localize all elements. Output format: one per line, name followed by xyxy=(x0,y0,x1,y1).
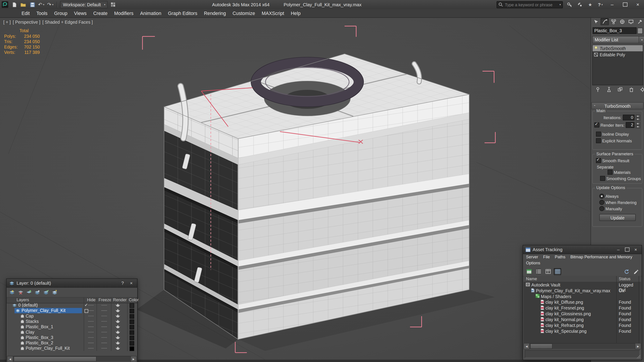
redo-icon[interactable]: ↷▼ xyxy=(47,1,54,8)
create-new-layer-icon[interactable] xyxy=(9,290,16,295)
add-to-layer-icon[interactable] xyxy=(26,290,32,295)
scrollbar-thumb[interactable] xyxy=(530,344,552,349)
workspace-switcher-icon[interactable] xyxy=(110,1,117,8)
resize-grip-icon[interactable] xyxy=(636,355,641,359)
freeze-toggle[interactable] xyxy=(102,316,107,316)
details-view-icon[interactable] xyxy=(544,268,552,275)
tab-display-icon[interactable] xyxy=(626,18,635,25)
asset-row[interactable]: clay kit_Fresnel.png Found xyxy=(524,305,641,311)
export-table-icon[interactable] xyxy=(525,268,532,275)
explicit-normals-checkbox[interactable] xyxy=(596,138,601,143)
layer-row[interactable]: Clay xyxy=(7,329,137,335)
update-button[interactable]: Update xyxy=(599,214,636,221)
hide-toggle[interactable] xyxy=(88,316,94,316)
menu-item-views[interactable]: Views xyxy=(71,10,90,16)
layer-row[interactable]: 0 (default) ✓ xyxy=(7,303,137,308)
render-toggle-icon[interactable] xyxy=(116,336,120,340)
asset-row[interactable]: Maps / Shaders xyxy=(524,293,641,299)
new-scene-icon[interactable] xyxy=(10,1,18,8)
freeze-toggle[interactable] xyxy=(102,337,107,338)
render-toggle-icon[interactable] xyxy=(116,346,120,350)
hide-toggle[interactable] xyxy=(88,305,94,306)
always-radio[interactable] xyxy=(599,194,604,199)
render-toggle-icon[interactable] xyxy=(116,325,120,329)
viewport-pov-menu[interactable]: [ Perspective ] xyxy=(13,19,40,24)
show-end-result-icon[interactable] xyxy=(606,87,612,92)
layer-color-swatch[interactable] xyxy=(130,330,134,335)
select-layer-objects-icon[interactable] xyxy=(34,290,41,295)
freeze-toggle[interactable] xyxy=(102,332,107,332)
set-current-layer-icon[interactable] xyxy=(43,290,50,295)
layer-color-swatch[interactable] xyxy=(130,346,134,351)
menu-item-group[interactable]: Group xyxy=(51,10,71,16)
layer-row[interactable]: Stacks xyxy=(7,319,137,324)
layer-color-swatch[interactable] xyxy=(130,341,134,346)
stack-item-editable-poly[interactable]: Editable Poly xyxy=(592,51,643,58)
asset-row[interactable]: clay kit_Glossiness.png Found xyxy=(524,311,641,317)
tab-create-icon[interactable] xyxy=(592,18,600,25)
layer-row[interactable]: Plastic_Box_1 xyxy=(7,324,137,329)
scroll-left-icon[interactable]: ◀ xyxy=(524,343,530,349)
tab-modify-icon[interactable] xyxy=(600,18,609,25)
remove-modifier-icon[interactable] xyxy=(628,87,634,92)
render-toggle-icon[interactable] xyxy=(116,309,120,313)
menu-item-options[interactable]: Options xyxy=(526,261,540,265)
object-color-swatch[interactable] xyxy=(637,28,643,34)
pin-stack-icon[interactable] xyxy=(595,87,600,92)
materials-checkbox[interactable] xyxy=(608,170,612,175)
column-header[interactable]: Color xyxy=(129,298,139,302)
search-input[interactable] xyxy=(504,2,558,7)
lightbulb-icon[interactable] xyxy=(594,46,598,50)
menu-item-help[interactable]: Help xyxy=(288,10,304,16)
layer-color-swatch[interactable] xyxy=(130,320,134,324)
horizontal-scrollbar[interactable]: ◀ ▶ xyxy=(524,343,641,349)
menu-item-rendering[interactable]: Rendering xyxy=(200,10,229,16)
tab-motion-icon[interactable] xyxy=(618,18,626,25)
column-header[interactable]: Hide xyxy=(87,298,96,302)
iterations-spinner[interactable] xyxy=(636,114,640,121)
render-toggle-icon[interactable] xyxy=(116,304,120,307)
polymer-clay-kit-model[interactable] xyxy=(164,54,469,340)
scroll-left-icon[interactable]: ◀ xyxy=(7,356,13,362)
tab-utilities-icon[interactable] xyxy=(635,18,644,25)
column-header[interactable]: Freeze xyxy=(98,298,112,302)
render-iters-checkbox[interactable]: ✓ xyxy=(594,122,599,127)
layer-row[interactable]: Cap xyxy=(7,313,137,319)
hide-toggle[interactable] xyxy=(88,332,94,332)
column-header-status[interactable]: Status xyxy=(619,276,630,281)
workspace-selector[interactable]: Workspace: Default ▼ xyxy=(60,1,108,8)
asset-row[interactable]: clay kit_Normal.png Found xyxy=(524,317,641,323)
layer-color-swatch[interactable] xyxy=(130,309,134,313)
help-button[interactable]: ? xyxy=(119,280,126,286)
turbosmooth-rollout-header[interactable]: - TurboSmooth xyxy=(592,102,644,109)
asset-row[interactable]: clay kit_Diffuse.png Found xyxy=(524,299,641,305)
menu-item-graph-editors[interactable]: Graph Editors xyxy=(164,10,200,16)
hide-toggle[interactable] xyxy=(88,327,94,327)
render-toggle-icon[interactable] xyxy=(116,320,120,323)
menu-item-animation[interactable]: Animation xyxy=(137,10,164,16)
open-file-icon[interactable] xyxy=(20,1,27,8)
layer-row[interactable]: Plastic_Box_2 xyxy=(7,340,137,346)
scrollbar-thumb[interactable] xyxy=(14,357,96,362)
asset-row[interactable]: clay kit_Refract.png Found xyxy=(524,323,641,328)
layer-row[interactable]: Plastic_Box_3 xyxy=(7,335,137,340)
viewport-shading-menu[interactable]: [ Shaded + Edged Faces ] xyxy=(42,19,93,24)
render-iters-spinner[interactable] xyxy=(636,122,640,128)
freeze-toggle[interactable] xyxy=(102,343,107,343)
tab-hierarchy-icon[interactable] xyxy=(609,18,618,25)
infocenter-search[interactable]: ▼ xyxy=(497,1,563,8)
render-toggle-icon[interactable] xyxy=(116,314,120,318)
hide-toggle[interactable] xyxy=(88,348,94,349)
hide-toggle[interactable] xyxy=(88,310,94,311)
stack-item-turbosmooth[interactable]: TurboSmooth xyxy=(592,45,643,51)
menu-item-modifiers[interactable]: Modifiers xyxy=(111,10,137,16)
maximize-button[interactable] xyxy=(624,247,630,253)
scroll-right-icon[interactable]: ▶ xyxy=(130,356,137,362)
asset-tracking-titlebar[interactable]: Asset Tracking – × xyxy=(523,245,642,254)
render-toggle-icon[interactable] xyxy=(116,330,120,334)
close-button[interactable]: × xyxy=(633,1,643,8)
modifier-list-dropdown[interactable]: Modifier List ▼ xyxy=(592,36,644,43)
menu-item-paths[interactable]: Paths xyxy=(555,255,565,259)
grid-view-icon[interactable] xyxy=(554,268,561,275)
viewport-general-menu[interactable]: [ + ] xyxy=(3,19,11,24)
